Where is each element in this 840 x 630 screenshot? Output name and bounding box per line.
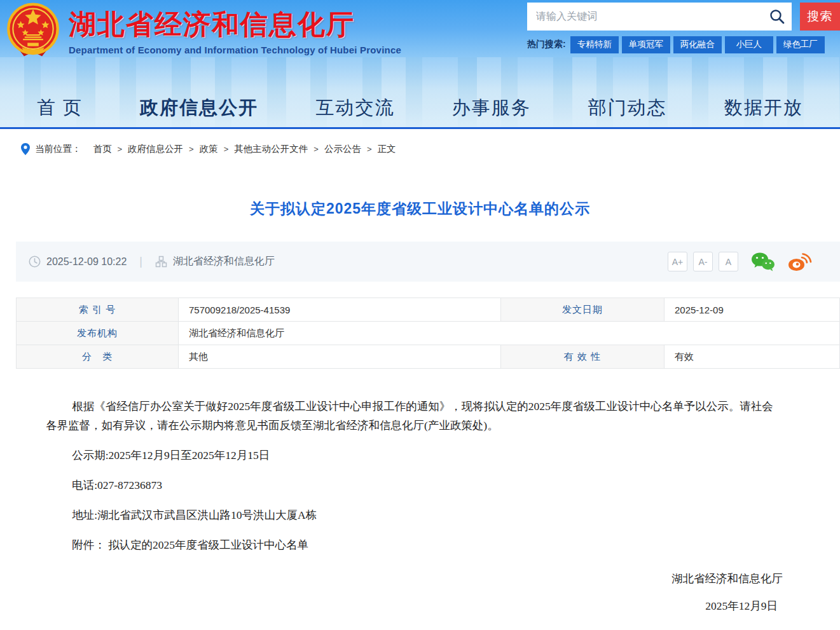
category-label: 分 类 (17, 345, 179, 369)
font-larger-button[interactable]: A+ (668, 252, 687, 271)
location-pin-icon (21, 143, 30, 155)
breadcrumb-separator: > (224, 144, 229, 154)
hot-search-label: 热门搜索: (527, 39, 566, 50)
breadcrumb: 当前位置： 首页 > 政府信息公开 > 政策 > 其他主动公开文件 > 公示公告… (0, 129, 840, 168)
breadcrumb-label: 当前位置： (35, 143, 81, 155)
breadcrumb-separator: > (313, 144, 319, 154)
publisher-label: 发布机构 (17, 322, 179, 345)
meta-divider: | (139, 255, 142, 268)
breadcrumb-gov-info[interactable]: 政府信息公开 (128, 143, 183, 155)
site-brand[interactable]: 湖北省经济和信息化厅 Department of Economy and Inf… (5, 3, 401, 58)
paragraph-intro: 根据《省经信厅办公室关于做好2025年度省级工业设计中心申报工作的通知》，现将拟… (46, 397, 783, 435)
search-area: 搜索 热门搜索: 专精特新 单项冠军 两化融合 小巨人 绿色工厂 (527, 3, 840, 53)
validity-label: 有 效 性 (501, 345, 664, 369)
paragraph-attachment: 附件： 拟认定的2025年度省级工业设计中心名单 (46, 535, 783, 554)
nav-item-dept-news[interactable]: 部门动态 (588, 95, 667, 121)
hot-tag-dxgj[interactable]: 单项冠军 (622, 36, 670, 53)
weibo-share-icon[interactable] (788, 252, 812, 271)
issue-date-label: 发文日期 (501, 298, 664, 322)
document-info-table: 索 引 号 757009218/2025-41539 发文日期 2025-12-… (16, 298, 840, 369)
table-row: 发布机构 湖北省经济和信息化厅 (17, 322, 840, 345)
search-button[interactable]: 搜索 (800, 3, 840, 31)
site-header: 湖北省经济和信息化厅 Department of Economy and Inf… (0, 0, 840, 129)
publisher-value: 湖北省经济和信息化厅 (179, 322, 840, 345)
main-nav: 首 页 政府信息公开 互动交流 办事服务 部门动态 数据开放 (0, 95, 840, 121)
category-value: 其他 (179, 345, 501, 369)
table-row: 分 类 其他 有 效 性 有效 (17, 345, 840, 369)
paragraph-address: 地址:湖北省武汉市武昌区洪山路10号洪山大厦A栋 (46, 505, 783, 524)
nav-item-services[interactable]: 办事服务 (452, 95, 531, 121)
table-row: 索 引 号 757009218/2025-41539 发文日期 2025-12-… (17, 298, 840, 322)
nav-item-open-data[interactable]: 数据开放 (724, 95, 803, 121)
index-number-label: 索 引 号 (17, 298, 179, 322)
site-title: 湖北省经济和信息化厅 (69, 8, 401, 41)
site-subtitle: Department of Economy and Information Te… (69, 45, 401, 55)
breadcrumb-separator: > (118, 144, 123, 154)
breadcrumb-other-open-docs[interactable]: 其他主动公开文件 (234, 143, 308, 155)
font-smaller-button[interactable]: A- (693, 252, 713, 271)
paragraph-publicity-period: 公示期:2025年12月9日至2025年12月15日 (46, 446, 783, 465)
hot-tag-lhrh[interactable]: 两化融合 (673, 36, 722, 53)
breadcrumb-current: 正文 (377, 143, 396, 155)
index-number-value: 757009218/2025-41539 (179, 298, 501, 322)
nav-item-gov-info[interactable]: 政府信息公开 (140, 95, 258, 121)
search-input[interactable] (527, 3, 792, 31)
nav-item-interaction[interactable]: 互动交流 (315, 95, 394, 121)
issue-date-value: 2025-12-09 (664, 298, 840, 322)
article-meta-bar: 2025-12-09 10:22 | 湖北省经济和信息化厅 A+ A- A (16, 242, 840, 282)
font-reset-button[interactable]: A (719, 252, 738, 271)
hot-tag-lsgc[interactable]: 绿色工厂 (776, 36, 825, 53)
article-body: 根据《省经信厅办公室关于做好2025年度省级工业设计中心申报工作的通知》，现将拟… (0, 369, 840, 554)
clock-icon (29, 256, 41, 268)
source-org-icon (155, 256, 167, 268)
hot-search-row: 热门搜索: 专精特新 单项冠军 两化融合 小巨人 绿色工厂 (527, 36, 840, 53)
signature-date: 2025年12月9日 (0, 598, 783, 613)
hot-tag-xjr[interactable]: 小巨人 (725, 36, 773, 53)
article-source: 湖北省经济和信息化厅 (173, 255, 275, 268)
signature-org: 湖北省经济和信息化厅 (0, 571, 783, 586)
wechat-share-icon[interactable] (751, 252, 775, 271)
search-icon[interactable] (769, 8, 785, 25)
national-emblem-logo (5, 3, 61, 58)
nav-item-home[interactable]: 首 页 (37, 95, 83, 121)
paragraph-phone: 电话:027-87236873 (46, 476, 783, 495)
search-box (527, 3, 792, 31)
breadcrumb-announcements[interactable]: 公示公告 (324, 143, 361, 155)
signature-block: 湖北省经济和信息化厅 2025年12月9日 (0, 571, 840, 613)
breadcrumb-separator: > (367, 144, 372, 154)
article-title: 关于拟认定2025年度省级工业设计中心名单的公示 (0, 199, 840, 219)
article-tools: A+ A- A (662, 252, 812, 271)
breadcrumb-separator: > (189, 144, 194, 154)
hot-tag-zjtx[interactable]: 专精特新 (570, 36, 619, 53)
publish-datetime: 2025-12-09 10:22 (46, 256, 127, 268)
breadcrumb-home[interactable]: 首页 (93, 143, 112, 155)
validity-value: 有效 (664, 345, 840, 369)
breadcrumb-policy[interactable]: 政策 (200, 143, 218, 155)
